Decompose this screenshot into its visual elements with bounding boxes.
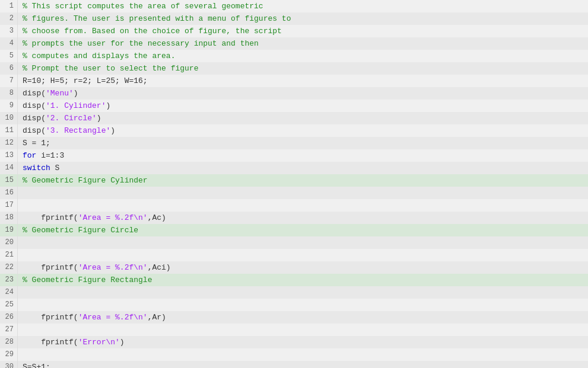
code-row: 8disp('Menu'): [0, 87, 588, 100]
code-row: 7R=10; H=5; r=2; L=25; W=16;: [0, 75, 588, 87]
code-normal: ,Ac): [148, 213, 166, 222]
code-row: 17: [0, 199, 588, 212]
code-content: [18, 348, 588, 361]
line-number: 16: [0, 187, 18, 199]
code-normal: disp(: [23, 89, 46, 98]
code-row: 11disp('3. Rectangle'): [0, 124, 588, 137]
code-comment: % prompts the user for the necessary inp…: [23, 39, 259, 48]
code-string: 'Area = %.2f\n': [78, 213, 148, 222]
code-content: S=S+1;: [18, 361, 588, 368]
code-editor[interactable]: 1% This script computes the area of seve…: [0, 0, 588, 368]
code-string: '2. Circle': [46, 114, 97, 123]
code-content: fprintf('Area = %.2f\n',Ac): [18, 212, 588, 224]
line-number: 15: [0, 174, 18, 187]
code-normal: fprintf(: [23, 213, 78, 222]
code-row: 18 fprintf('Area = %.2f\n',Ac): [0, 212, 588, 224]
code-row: 3% choose from. Based on the choice of f…: [0, 25, 588, 37]
line-number: 28: [0, 336, 18, 348]
code-content: % choose from. Based on the choice of fi…: [18, 25, 588, 37]
code-comment: % choose from. Based on the choice of fi…: [23, 27, 282, 36]
code-normal: disp(: [23, 101, 46, 110]
code-string: 'Area = %.2f\n': [78, 263, 148, 272]
code-row: 24: [0, 286, 588, 299]
code-string: 'Error\n': [78, 338, 120, 347]
code-content: % This script computes the area of sever…: [18, 0, 588, 12]
code-comment: % Geometric Figure Rectangle: [23, 276, 152, 284]
line-number: 29: [0, 348, 18, 361]
line-number: 27: [0, 324, 18, 336]
line-number: 20: [0, 236, 18, 249]
line-number: 8: [0, 87, 18, 100]
code-content: % prompts the user for the necessary inp…: [18, 37, 588, 50]
code-row: 30S=S+1;: [0, 361, 588, 368]
code-comment: % computes and displays the area.: [23, 52, 175, 60]
line-number: 9: [0, 100, 18, 112]
code-normal: disp(: [23, 114, 46, 123]
code-content: R=10; H=5; r=2; L=25; W=16;: [18, 75, 588, 87]
code-comment: % Prompt the user to select the figure: [23, 64, 198, 73]
code-content: fprintf('Area = %.2f\n',Aci): [18, 261, 588, 274]
code-content: disp('Menu'): [18, 87, 588, 100]
code-row: 15% Geometric Figure Cylinder: [0, 174, 588, 187]
code-row: 12S = 1;: [0, 137, 588, 149]
code-row: 19% Geometric Figure Circle: [0, 224, 588, 236]
line-number: 17: [0, 199, 18, 212]
code-content: S = 1;: [18, 137, 588, 149]
code-content: fprintf('Error\n'): [18, 336, 588, 348]
line-number: 30: [0, 361, 18, 368]
code-row: 23% Geometric Figure Rectangle: [0, 274, 588, 286]
code-string: '3. Rectangle': [46, 126, 110, 135]
code-row: 14switch S: [0, 162, 588, 174]
code-content: % Geometric Figure Rectangle: [18, 274, 588, 286]
code-row: 21: [0, 249, 588, 261]
code-normal: fprintf(: [23, 263, 78, 272]
line-number: 23: [0, 274, 18, 286]
code-content: [18, 249, 588, 261]
code-content: [18, 187, 588, 199]
line-number: 22: [0, 261, 18, 274]
code-normal: ): [97, 114, 101, 123]
code-comment: % Geometric Figure Circle: [23, 226, 138, 235]
code-row: 1% This script computes the area of seve…: [0, 0, 588, 12]
code-content: fprintf('Area = %.2f\n',Ar): [18, 311, 588, 324]
code-normal: ,Ar): [148, 313, 166, 322]
code-normal: S = 1;: [23, 139, 50, 148]
code-row: 4% prompts the user for the necessary in…: [0, 37, 588, 50]
code-content: disp('2. Circle'): [18, 112, 588, 124]
line-number: 3: [0, 25, 18, 37]
line-number: 26: [0, 311, 18, 324]
line-number: 19: [0, 224, 18, 236]
line-number: 14: [0, 162, 18, 174]
code-content: [18, 286, 588, 299]
code-content: % figures. The user is presented with a …: [18, 12, 588, 25]
line-number: 1: [0, 0, 18, 12]
code-row: 5% computes and displays the area.: [0, 50, 588, 62]
code-normal: ): [74, 89, 78, 98]
code-content: disp('1. Cylinder'): [18, 100, 588, 112]
line-number: 5: [0, 50, 18, 62]
line-number: 13: [0, 149, 18, 162]
code-normal: ): [110, 126, 115, 135]
code-content: [18, 324, 588, 336]
code-normal: disp(: [23, 126, 46, 135]
code-content: [18, 299, 588, 311]
code-normal: ,Aci): [148, 263, 171, 272]
code-row: 20: [0, 236, 588, 249]
line-number: 18: [0, 212, 18, 224]
code-row: 2% figures. The user is presented with a…: [0, 12, 588, 25]
code-row: 13for i=1:3: [0, 149, 588, 162]
code-content: % Prompt the user to select the figure: [18, 62, 588, 75]
line-number: 25: [0, 299, 18, 311]
code-normal: S=S+1;: [23, 363, 50, 368]
code-string: 'Area = %.2f\n': [78, 313, 148, 322]
code-row: 10disp('2. Circle'): [0, 112, 588, 124]
code-normal: i=1:3: [36, 151, 64, 160]
line-number: 7: [0, 75, 18, 87]
code-normal: ): [106, 101, 110, 110]
code-content: % Geometric Figure Circle: [18, 224, 588, 236]
code-normal: ): [120, 338, 125, 347]
code-row: 22 fprintf('Area = %.2f\n',Aci): [0, 261, 588, 274]
code-content: % Geometric Figure Cylinder: [18, 174, 588, 187]
line-number: 10: [0, 112, 18, 124]
code-content: % computes and displays the area.: [18, 50, 588, 62]
